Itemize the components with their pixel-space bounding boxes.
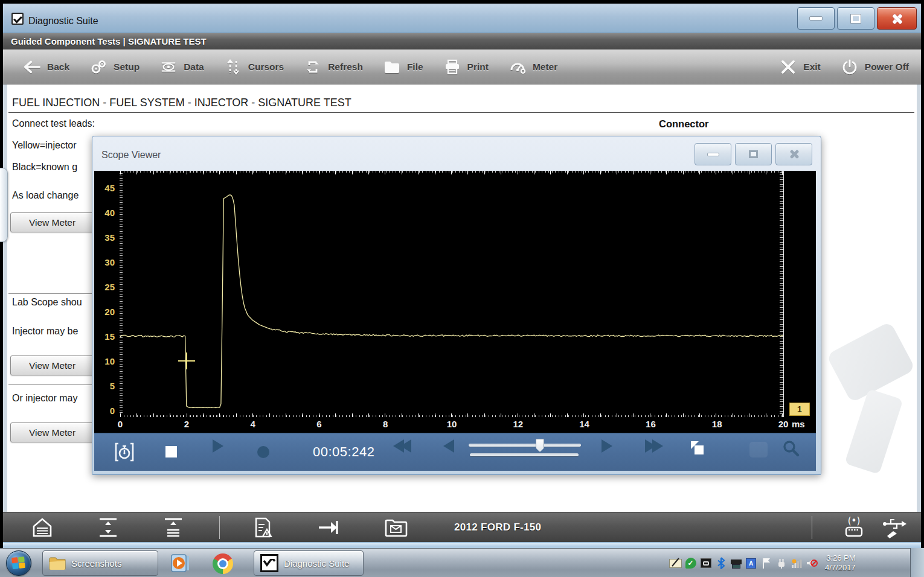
x-axis: 02468101214161820ms xyxy=(94,417,816,433)
playback-time: 00:05:242 xyxy=(313,444,374,460)
view-meter-button-1[interactable]: View Meter xyxy=(10,212,94,232)
rewind-button[interactable] xyxy=(393,439,411,453)
back-arrow-icon xyxy=(24,59,40,75)
scope-close-button[interactable] xyxy=(775,143,812,165)
x-tick-label: 14 xyxy=(579,419,589,429)
windows-logo-icon xyxy=(11,556,26,570)
scope-minimize-button[interactable] xyxy=(695,143,731,165)
instruction-or-injector: Or injector may xyxy=(12,393,77,404)
app-logo-icon xyxy=(11,13,24,25)
display-capture-icon[interactable] xyxy=(699,557,712,570)
trouble-codes-button[interactable] xyxy=(251,516,274,539)
x-tick-label: 0 xyxy=(118,419,123,429)
bluetooth-icon[interactable] xyxy=(714,557,727,570)
taskbar-button-screenshots[interactable]: Screenshots xyxy=(42,550,158,576)
waveform-trace xyxy=(94,171,816,417)
setup-button[interactable]: Setup xyxy=(90,59,140,75)
maximize-icon xyxy=(749,150,758,158)
meter-icon xyxy=(509,59,526,75)
meter-button[interactable]: Meter xyxy=(509,59,557,75)
taskbar-button-diagnostic-suite[interactable]: Diagnostic Suite xyxy=(254,550,364,576)
toolbar-divider xyxy=(219,516,220,539)
cursors-button[interactable]: Cursors xyxy=(225,59,284,75)
page-title: FUEL INJECTION - FUEL SYSTEM - INJECTOR … xyxy=(12,97,351,109)
pen-input-icon[interactable] xyxy=(669,557,682,570)
svg-text:(•): (•) xyxy=(848,515,861,526)
snapshot-button[interactable] xyxy=(691,441,704,454)
antivirus-icon[interactable]: ✓ xyxy=(684,557,697,570)
refresh-button[interactable]: Refresh xyxy=(304,59,363,75)
play-button[interactable] xyxy=(213,439,223,453)
collapse-sections-button[interactable] xyxy=(161,517,185,538)
scope-viewer-window: Scope Viewer 051015202530354045 1 024681… xyxy=(92,136,821,475)
external-display-icon[interactable] xyxy=(730,557,742,570)
clock-date: 4/7/2017 xyxy=(825,563,856,573)
view-meter-button-3[interactable]: View Meter xyxy=(10,422,94,442)
disabled-tool-button[interactable] xyxy=(749,442,768,457)
tool-watermark-image xyxy=(823,335,922,474)
stop-button[interactable] xyxy=(165,446,177,457)
step-forward-button[interactable] xyxy=(602,439,612,453)
printer-icon xyxy=(444,59,461,75)
start-button[interactable] xyxy=(6,550,31,576)
minimize-button[interactable] xyxy=(797,7,835,30)
clock-time: 3:26 PM xyxy=(825,553,856,563)
trigger-timer-button[interactable] xyxy=(114,442,135,465)
print-button[interactable]: Print xyxy=(444,59,489,75)
status-toolbar: 2012 FORD F-150 (•) xyxy=(3,512,921,542)
screen: Diagnostic Suite Guided Component Tests … xyxy=(0,0,924,577)
scope-plot[interactable]: 051015202530354045 1 xyxy=(94,171,816,417)
zoom-button[interactable] xyxy=(781,439,801,461)
show-desktop-button[interactable] xyxy=(910,548,924,577)
section-divider xyxy=(8,384,92,385)
x-tick-label: 4 xyxy=(250,419,255,429)
exit-button[interactable]: Exit xyxy=(780,59,820,75)
vehicle-label: 2012 FORD F-150 xyxy=(454,521,541,534)
taskbar-clock[interactable]: 3:26 PM 4/7/2017 xyxy=(825,553,856,573)
folder-icon xyxy=(383,59,400,75)
step-back-button[interactable] xyxy=(443,439,454,453)
position-slider-track[interactable] xyxy=(469,444,581,447)
maximize-button[interactable] xyxy=(837,7,874,30)
toolbar-divider xyxy=(812,516,812,539)
x-tick-label: 20 xyxy=(778,419,789,429)
view-meter-button-2[interactable]: View Meter xyxy=(10,355,94,375)
instruction-load: As load change xyxy=(12,190,79,201)
record-button[interactable] xyxy=(257,446,269,458)
saved-data-button[interactable] xyxy=(384,518,408,537)
eye-icon xyxy=(160,59,177,75)
x-tick-label: 16 xyxy=(646,419,656,429)
instruction-connect: Connect test leads: xyxy=(12,118,95,129)
scan-module-status-icon[interactable]: (•) xyxy=(841,515,867,540)
taskbar-button-media-player[interactable] xyxy=(169,553,191,575)
position-slider-thumb[interactable] xyxy=(536,439,544,452)
volume-muted-icon[interactable] xyxy=(805,557,818,570)
zoom-slider-track[interactable] xyxy=(470,453,579,456)
fast-forward-button[interactable] xyxy=(645,439,663,453)
x-tick-label: 8 xyxy=(383,419,388,429)
x-icon xyxy=(780,59,797,75)
go-to-test-button[interactable] xyxy=(316,517,341,538)
x-tick-label: 18 xyxy=(712,419,722,429)
power-off-button[interactable]: Power Off xyxy=(841,59,909,75)
section-divider xyxy=(8,293,92,294)
x-tick-label: 6 xyxy=(316,419,321,429)
network-signal-icon[interactable] xyxy=(790,557,803,570)
scope-maximize-button[interactable] xyxy=(735,143,772,165)
power-plug-icon[interactable] xyxy=(775,557,788,570)
breadcrumb-text: Guided Component Tests | SIGNATURE TEST xyxy=(11,36,207,46)
taskbar-button-chrome[interactable] xyxy=(213,553,233,574)
back-button[interactable]: Back xyxy=(24,59,69,75)
slide-panel-handle[interactable] xyxy=(0,168,8,242)
input-language-icon[interactable]: A xyxy=(745,557,757,570)
usb-connection-icon[interactable] xyxy=(881,515,908,540)
close-icon xyxy=(891,14,903,24)
action-center-flag-icon[interactable] xyxy=(760,557,772,570)
expand-sections-button[interactable] xyxy=(96,517,120,538)
close-button[interactable] xyxy=(877,7,917,30)
scope-cursor-crosshair[interactable] xyxy=(186,352,187,369)
channel-1-badge[interactable]: 1 xyxy=(789,403,810,416)
home-button[interactable] xyxy=(31,517,54,538)
file-button[interactable]: File xyxy=(383,59,423,75)
data-button[interactable]: Data xyxy=(160,59,204,75)
